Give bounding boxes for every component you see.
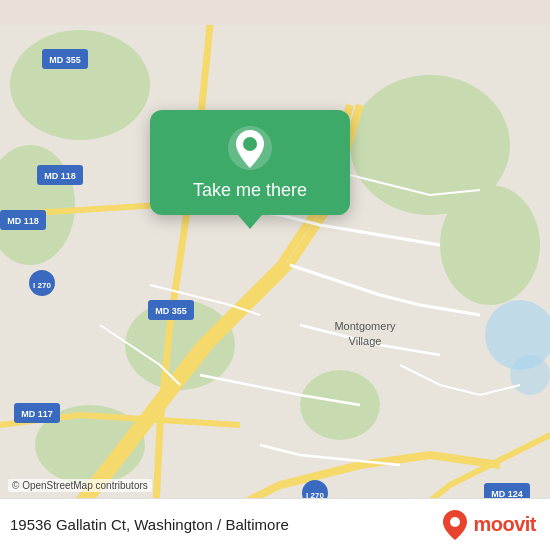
popup-label: Take me there bbox=[193, 180, 307, 201]
copyright-text: © OpenStreetMap contributors bbox=[8, 479, 152, 492]
bottom-bar: 19536 Gallatin Ct, Washington / Baltimor… bbox=[0, 498, 550, 550]
moovit-pin-icon bbox=[441, 509, 469, 541]
svg-text:MD 118: MD 118 bbox=[44, 171, 76, 181]
svg-point-29 bbox=[243, 137, 257, 151]
svg-point-30 bbox=[450, 517, 460, 527]
map-svg: MD 355 MD 118 MD 118 I 270 MD 117 I 270 … bbox=[0, 0, 550, 550]
moovit-logo: moovit bbox=[441, 509, 536, 541]
svg-text:I 270: I 270 bbox=[33, 281, 51, 290]
svg-point-6 bbox=[300, 370, 380, 440]
svg-text:MD 355: MD 355 bbox=[155, 306, 187, 316]
svg-text:Montgomery: Montgomery bbox=[334, 320, 396, 332]
location-pin-icon bbox=[226, 124, 274, 172]
svg-text:MD 117: MD 117 bbox=[21, 409, 53, 419]
svg-point-5 bbox=[440, 185, 540, 305]
svg-text:MD 355: MD 355 bbox=[49, 55, 81, 65]
address-text: 19536 Gallatin Ct, Washington / Baltimor… bbox=[10, 516, 289, 533]
popup-card[interactable]: Take me there bbox=[150, 110, 350, 215]
svg-text:MD 118: MD 118 bbox=[7, 216, 39, 226]
svg-point-1 bbox=[10, 30, 150, 140]
moovit-wordmark: moovit bbox=[473, 513, 536, 536]
svg-text:Village: Village bbox=[349, 335, 382, 347]
svg-point-9 bbox=[510, 355, 550, 395]
map-container: MD 355 MD 118 MD 118 I 270 MD 117 I 270 … bbox=[0, 0, 550, 550]
